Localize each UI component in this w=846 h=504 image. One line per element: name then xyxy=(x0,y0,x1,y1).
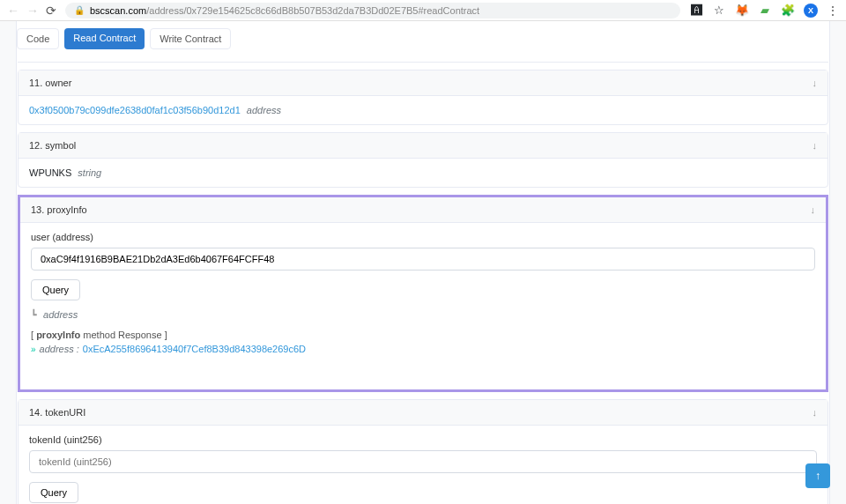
symbol-value: WPUNKS xyxy=(29,167,71,178)
proxyinfo-return-type: address xyxy=(43,309,78,320)
tab-read-contract[interactable]: Read Contract xyxy=(64,28,145,49)
double-arrow-icon: » xyxy=(31,345,36,354)
proxyinfo-response-label: address : xyxy=(40,344,79,354)
chevron-down-icon: ↓ xyxy=(813,78,818,88)
tab-code[interactable]: Code xyxy=(17,28,59,49)
extensions-icon[interactable]: 🧩 xyxy=(781,4,795,18)
chevron-down-icon: ↓ xyxy=(813,407,818,418)
symbol-type: string xyxy=(78,167,101,178)
back-arrow[interactable]: ← xyxy=(7,4,19,18)
proxyinfo-response-link[interactable]: 0xEcA255f8696413940f7Cef8B39d843398e269c… xyxy=(83,344,306,354)
section-proxyinfo-title: 13. proxyInfo xyxy=(31,204,87,215)
proxyinfo-response-title: [ proxyInfo method Response ] xyxy=(31,330,815,340)
section-tokenuri-title: 14. tokenURI xyxy=(29,407,85,418)
section-owner-title: 11. owner xyxy=(29,78,71,88)
scroll-top-button[interactable]: ↑ xyxy=(805,463,830,488)
owner-type: address xyxy=(247,105,281,115)
section-proxyinfo-header[interactable]: 13. proxyInfo ↓ xyxy=(20,197,826,223)
section-symbol-header[interactable]: 12. symbol ↓ xyxy=(19,133,827,159)
url-bar[interactable]: 🔒 bscscan.com/address/0x729e154625c8c66d… xyxy=(65,3,680,19)
tab-write-contract[interactable]: Write Contract xyxy=(150,28,231,49)
tokenuri-tokenid-input[interactable] xyxy=(29,450,817,473)
url-path: /address/0x729e154625c8c66dB8b507B53d2da… xyxy=(146,5,479,16)
menu-dots-icon[interactable]: ⋮ xyxy=(827,4,839,18)
forward-arrow[interactable]: → xyxy=(26,4,39,18)
tokenuri-param-label: tokenId (uint256) xyxy=(29,434,817,445)
metamask-icon[interactable]: 🦊 xyxy=(735,4,749,18)
chevron-down-icon: ↓ xyxy=(811,204,816,215)
section-symbol-title: 12. symbol xyxy=(29,140,76,151)
section-tokenuri-header[interactable]: 14. tokenURI ↓ xyxy=(19,400,827,426)
url-domain: bscscan.com xyxy=(90,5,146,16)
bookmark-icon[interactable]: ☆ xyxy=(712,4,726,18)
profile-avatar[interactable]: X xyxy=(804,4,818,18)
section-proxyinfo: 13. proxyInfo ↓ user (address) Query ┗ a… xyxy=(18,195,828,392)
translate-icon[interactable]: 🅰 xyxy=(689,4,703,18)
proxyinfo-query-button[interactable]: Query xyxy=(31,279,80,300)
section-owner-header[interactable]: 11. owner ↓ xyxy=(19,70,827,96)
proxyinfo-param-label: user (address) xyxy=(31,232,815,242)
proxyinfo-user-input[interactable] xyxy=(31,248,815,271)
owner-address-link[interactable]: 0x3f0500b79c099dfe2638d0faf1c03f56b90d12… xyxy=(29,105,241,115)
arrow-up-icon: ↑ xyxy=(815,470,820,482)
tokenuri-query-button[interactable]: Query xyxy=(29,482,78,503)
lock-icon: 🔒 xyxy=(74,5,85,15)
reload-icon[interactable]: ⟳ xyxy=(46,4,56,18)
extension-green-icon[interactable]: ▰ xyxy=(758,4,772,18)
return-arrow-icon: ┗ xyxy=(31,309,37,320)
chevron-down-icon: ↓ xyxy=(813,140,818,151)
